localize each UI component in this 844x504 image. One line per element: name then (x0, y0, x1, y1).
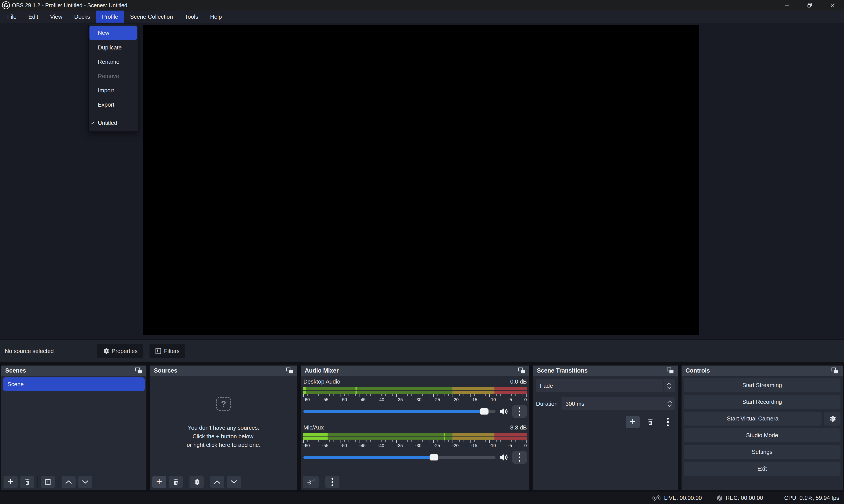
menu-view[interactable]: View (44, 11, 68, 23)
advanced-audio-button[interactable] (303, 476, 319, 488)
remove-scene-button[interactable] (20, 476, 34, 488)
move-scene-down-button[interactable] (78, 476, 92, 488)
exit-button[interactable]: Exit (684, 462, 841, 476)
properties-button[interactable]: Properties (97, 344, 144, 358)
restore-button[interactable] (798, 0, 821, 11)
tick-label: -10 (490, 443, 496, 448)
source-properties-button[interactable] (190, 476, 203, 488)
audio-mixer-panel: Audio Mixer Desktop Audio 0.0 dB -60-55-… (301, 365, 529, 490)
virtual-camera-config-button[interactable] (824, 412, 841, 426)
close-button[interactable] (821, 0, 844, 11)
add-source-button[interactable]: + (152, 476, 166, 488)
filters-icon (45, 479, 51, 485)
settings-button[interactable]: Settings (684, 445, 841, 459)
menu-scene-collection[interactable]: Scene Collection (124, 11, 179, 23)
menu-file[interactable]: File (1, 11, 22, 23)
checkmark-icon: ✓ (91, 120, 95, 126)
mixer-menu-button[interactable] (325, 476, 339, 488)
mixer-channel: Desktop Audio 0.0 dB -60-55-50-45-40-35-… (303, 378, 527, 418)
channel-menu-button[interactable] (512, 451, 527, 464)
preview-canvas[interactable] (143, 25, 699, 335)
channel-name: Desktop Audio (303, 378, 340, 385)
obs-window: OBS 29.1.2 - Profile: Untitled - Scenes:… (0, 0, 844, 504)
audio-mixer-header: Audio Mixer (301, 365, 529, 376)
chevron-down-icon (667, 404, 672, 407)
menu-docks[interactable]: Docks (68, 11, 96, 23)
profile-menu-duplicate[interactable]: Duplicate (89, 40, 138, 55)
scene-list-item[interactable]: Scene (3, 377, 145, 391)
profile-menu-untitled[interactable]: ✓ Untitled (89, 116, 138, 130)
volume-slider-handle[interactable] (430, 454, 438, 461)
tick-label: -55 (322, 397, 328, 402)
controls-title: Controls (685, 367, 710, 374)
remove-transition-button[interactable] (643, 416, 657, 428)
duration-label: Duration (536, 400, 558, 407)
volume-slider[interactable] (303, 410, 496, 413)
meter-tick-labels: -60-55-50-45-40-35-30-25-20-15-10-50 (303, 397, 527, 402)
start-recording-button[interactable]: Start Recording (684, 395, 841, 409)
controls-header: Controls (682, 365, 843, 376)
mixer-toolbar (303, 476, 339, 488)
sources-panel-header: Sources (150, 365, 297, 376)
filters-button[interactable]: Filters (149, 344, 185, 358)
plus-icon: + (630, 416, 636, 427)
scene-transitions-header: Scene Transitions (533, 365, 678, 376)
add-scene-button[interactable]: + (3, 476, 18, 488)
popout-icon[interactable] (286, 367, 293, 374)
popout-icon[interactable] (831, 367, 839, 374)
profile-menu-export[interactable]: Export (89, 97, 138, 112)
move-scene-up-button[interactable] (61, 476, 76, 488)
duration-spinner[interactable] (664, 400, 675, 407)
tick-label: -25 (434, 443, 440, 448)
menu-tools[interactable]: Tools (179, 11, 204, 23)
meter-tick-labels: -60-55-50-45-40-35-30-25-20-15-10-50 (303, 443, 527, 448)
start-streaming-button[interactable]: Start Streaming (684, 378, 841, 392)
plus-icon: + (156, 476, 162, 487)
trash-icon (647, 419, 653, 425)
profile-menu-rename[interactable]: Rename (89, 55, 138, 69)
rec-status: REC: 00:00:00 (716, 494, 763, 501)
scenes-list: Scene + (1, 376, 146, 490)
tick-label: 0 (524, 443, 527, 448)
profile-menu-import[interactable]: Import (89, 83, 138, 97)
empty-text-line: or right click here to add one. (187, 441, 260, 449)
menu-edit[interactable]: Edit (22, 11, 44, 23)
transition-properties-button[interactable] (661, 416, 675, 428)
tick-label: -30 (415, 443, 421, 448)
move-source-up-button[interactable] (210, 476, 224, 488)
speaker-icon[interactable] (499, 453, 509, 462)
profile-menu-new[interactable]: New (89, 26, 137, 40)
chevron-up-icon (65, 480, 72, 484)
volume-slider-handle[interactable] (480, 408, 488, 415)
scene-filters-button[interactable] (41, 476, 55, 488)
duration-value: 300 ms (561, 400, 664, 407)
restore-icon (807, 2, 812, 8)
chevron-down-icon (231, 480, 237, 484)
tick-label: -35 (396, 443, 403, 448)
sources-toolbar: + (152, 476, 241, 488)
menu-profile[interactable]: Profile (96, 11, 124, 23)
start-virtual-camera-button[interactable]: Start Virtual Camera (684, 412, 822, 426)
transition-value: Fade (536, 382, 663, 389)
menu-help[interactable]: Help (204, 11, 228, 23)
transition-select[interactable]: Fade (536, 379, 675, 392)
popout-icon[interactable] (518, 367, 525, 374)
studio-mode-button[interactable]: Studio Mode (684, 428, 841, 442)
sources-list[interactable]: ? You don't have any sources. Click the … (150, 376, 297, 490)
popout-icon[interactable] (667, 367, 674, 374)
toolbar-separator (58, 477, 58, 487)
remove-source-button[interactable] (169, 476, 183, 488)
tick-label: -25 (434, 397, 440, 402)
tick-label: 0 (524, 397, 527, 402)
mixer-channel: Mic/Aux -8.3 dB -60-55-50-45-40-35-30-25… (303, 424, 527, 465)
speaker-icon[interactable] (499, 407, 509, 416)
kebab-icon (325, 476, 340, 488)
minimize-button[interactable] (775, 0, 798, 11)
channel-menu-button[interactable] (512, 405, 527, 418)
move-source-down-button[interactable] (227, 476, 241, 488)
select-spinner[interactable] (663, 379, 675, 392)
add-transition-button[interactable]: + (626, 416, 640, 428)
volume-slider[interactable] (303, 456, 496, 459)
duration-spinbox[interactable]: 300 ms (561, 397, 675, 410)
popout-icon[interactable] (135, 367, 142, 374)
